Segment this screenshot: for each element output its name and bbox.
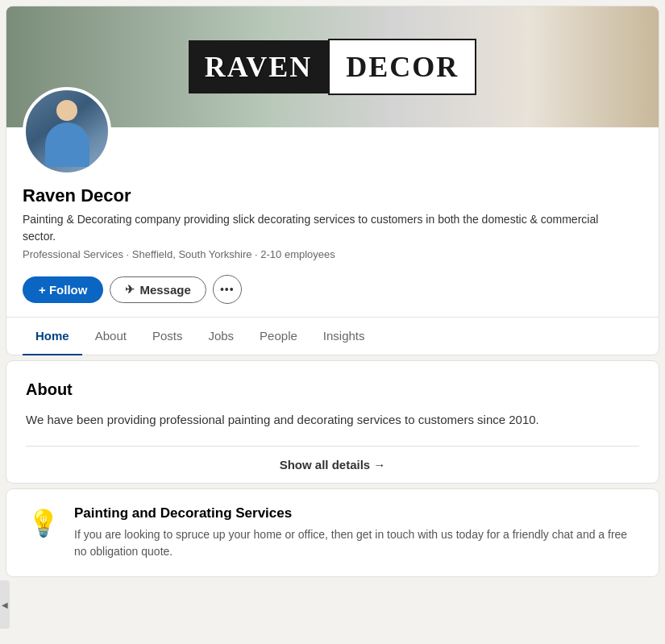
more-icon: ••• xyxy=(220,283,235,296)
about-title: About xyxy=(26,380,639,399)
service-title: Painting and Decorating Services xyxy=(74,505,639,521)
company-name: Raven Decor xyxy=(23,185,642,206)
message-button[interactable]: ✈ Message xyxy=(110,276,206,303)
about-text: We have been providing professional pain… xyxy=(26,410,639,430)
service-content: Painting and Decorating Services If you … xyxy=(74,505,639,560)
profile-card: RAVEN DECOR Raven Decor Painting & Decor… xyxy=(6,6,659,355)
tab-jobs[interactable]: Jobs xyxy=(195,318,247,355)
avatar-head xyxy=(56,100,77,121)
avatar-wrapper xyxy=(23,87,111,176)
message-icon: ✈ xyxy=(125,283,135,296)
follow-button[interactable]: + Follow xyxy=(23,276,103,303)
tab-people[interactable]: People xyxy=(247,318,310,355)
company-description: Painting & Decorating company providing … xyxy=(23,211,619,245)
avatar-body xyxy=(45,123,89,167)
tab-posts[interactable]: Posts xyxy=(139,318,196,355)
banner-decor-text: DECOR xyxy=(328,39,476,95)
tab-about[interactable]: About xyxy=(82,318,139,355)
nav-tabs: Home About Posts Jobs People Insights xyxy=(6,317,659,355)
tab-home[interactable]: Home xyxy=(23,318,82,355)
show-all-details-button[interactable]: Show all details → xyxy=(26,446,639,483)
page-wrapper: RAVEN DECOR Raven Decor Painting & Decor… xyxy=(0,6,665,576)
left-edge-panel[interactable]: ◀ xyxy=(0,580,10,629)
company-meta: Professional Services · Sheffield, South… xyxy=(23,248,642,260)
banner-raven-text: RAVEN xyxy=(189,40,328,93)
message-label: Message xyxy=(139,283,190,297)
banner-logo: RAVEN DECOR xyxy=(189,39,476,95)
action-buttons: + Follow ✈ Message ••• xyxy=(6,272,659,317)
more-button[interactable]: ••• xyxy=(213,275,242,304)
left-edge-arrow-icon: ◀ xyxy=(2,600,8,609)
profile-info: Raven Decor Painting & Decorating compan… xyxy=(6,176,659,260)
avatar-person xyxy=(39,100,95,172)
lightbulb-icon: 💡 xyxy=(26,505,61,541)
service-description: If you are looking to spruce up your hom… xyxy=(74,526,639,560)
avatar-section xyxy=(6,127,659,176)
about-card: About We have been providing professiona… xyxy=(6,361,659,483)
tab-insights[interactable]: Insights xyxy=(310,318,378,355)
avatar xyxy=(23,87,111,176)
service-card: 💡 Painting and Decorating Services If yo… xyxy=(6,489,659,576)
